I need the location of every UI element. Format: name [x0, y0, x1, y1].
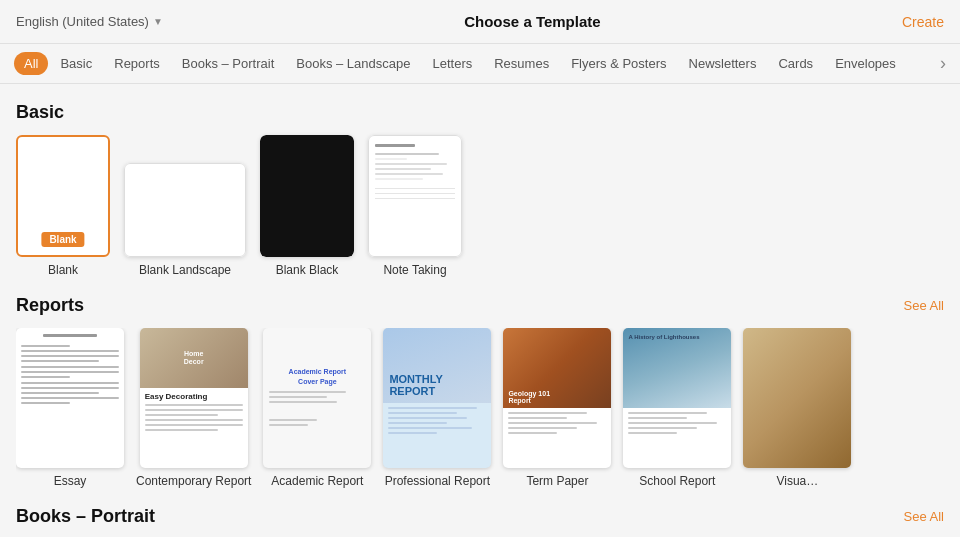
term-paper-overlay: Geology 101Report	[508, 390, 550, 404]
contemporary-report-thumb: HomeDecor Easy Decorating	[140, 328, 248, 468]
school-report-title-text: A History of Lighthouses	[628, 334, 699, 342]
template-card-essay[interactable]: Essay	[16, 328, 124, 488]
create-button[interactable]: Create	[902, 14, 944, 30]
filter-more-button[interactable]: ›	[940, 53, 946, 74]
contemporary-lines	[140, 404, 248, 431]
template-card-school-report[interactable]: A History of Lighthouses School Report	[623, 328, 731, 488]
filter-tab-all[interactable]: All	[14, 52, 48, 75]
term-paper-image: Geology 101Report	[503, 328, 611, 408]
template-card-term-paper[interactable]: Geology 101Report Term Paper	[503, 328, 611, 488]
blank-black-thumb	[260, 135, 354, 257]
template-card-note-taking[interactable]: Note Taking	[368, 135, 462, 277]
essay-thumb	[16, 328, 124, 468]
blank-badge: Blank	[41, 232, 84, 247]
note-taking-label: Note Taking	[383, 263, 446, 277]
blank-thumb: Blank	[16, 135, 110, 257]
page-title: Choose a Template	[464, 13, 600, 30]
filter-bar: All Basic Reports Books – Portrait Books…	[0, 44, 960, 84]
language-chevron-icon: ▼	[153, 16, 163, 27]
filter-tab-basic[interactable]: Basic	[50, 52, 102, 75]
term-paper-body	[503, 408, 611, 441]
filter-tab-envelopes[interactable]: Envelopes	[825, 52, 906, 75]
template-card-contemporary-report[interactable]: HomeDecor Easy Decorating Contemporary	[136, 328, 251, 488]
contemporary-title-area: Easy Decorating	[140, 388, 248, 404]
academic-report-thumb: Academic ReportCover Page	[263, 328, 371, 468]
contemporary-image-area: HomeDecor	[140, 328, 248, 388]
reports-templates-grid: Essay HomeDecor Easy Decorating	[16, 328, 944, 488]
academic-report-title-text: Academic ReportCover Page	[289, 367, 347, 387]
visual-label: Visua…	[776, 474, 818, 488]
books-portrait-section-title: Books – Portrait	[16, 506, 155, 527]
filter-tab-books-landscape[interactable]: Books – Landscape	[286, 52, 420, 75]
term-paper-label: Term Paper	[526, 474, 588, 488]
contemporary-report-label: Contemporary Report	[136, 474, 251, 488]
basic-section-title: Basic	[16, 102, 64, 123]
reports-section-title: Reports	[16, 295, 84, 316]
professional-report-title-text: MonthlyReport	[389, 373, 442, 397]
academic-lines	[269, 391, 365, 429]
template-card-professional-report[interactable]: MonthlyReport Professional Report	[383, 328, 491, 488]
books-portrait-section: Books – Portrait See All	[16, 506, 944, 527]
note-taking-thumb	[368, 135, 462, 257]
basic-templates-grid: Blank Blank Blank Landscape Blank Black	[16, 135, 944, 277]
professional-report-thumb: MonthlyReport	[383, 328, 491, 468]
blank-black-label: Blank Black	[276, 263, 339, 277]
filter-tab-reports[interactable]: Reports	[104, 52, 170, 75]
app-header: English (United States) ▼ Choose a Templ…	[0, 0, 960, 44]
template-card-academic-report[interactable]: Academic ReportCover Page Academic Repor…	[263, 328, 371, 488]
basic-section-header: Basic	[16, 102, 944, 123]
main-content: Basic Blank Blank Blank Landscape	[0, 84, 960, 537]
blank-landscape-label: Blank Landscape	[139, 263, 231, 277]
template-card-blank-landscape[interactable]: Blank Landscape	[124, 163, 246, 277]
template-card-visual[interactable]: Visua…	[743, 328, 851, 488]
school-report-label: School Report	[639, 474, 715, 488]
academic-report-label: Academic Report	[271, 474, 363, 488]
filter-tab-cards[interactable]: Cards	[768, 52, 823, 75]
books-portrait-section-header: Books – Portrait See All	[16, 506, 944, 527]
template-card-blank-black[interactable]: Blank Black	[260, 135, 354, 277]
blank-label: Blank	[48, 263, 78, 277]
professional-image-area: MonthlyReport	[383, 328, 491, 403]
filter-tab-letters[interactable]: Letters	[422, 52, 482, 75]
reports-see-all-button[interactable]: See All	[904, 298, 944, 313]
professional-report-label: Professional Report	[385, 474, 490, 488]
reports-section: Reports See All	[16, 295, 944, 488]
visual-thumb	[743, 328, 851, 468]
language-selector[interactable]: English (United States) ▼	[16, 14, 163, 29]
professional-body	[383, 403, 491, 468]
filter-tab-books-portrait[interactable]: Books – Portrait	[172, 52, 285, 75]
school-report-thumb: A History of Lighthouses	[623, 328, 731, 468]
language-label: English (United States)	[16, 14, 149, 29]
blank-landscape-thumb	[124, 163, 246, 257]
books-portrait-see-all-button[interactable]: See All	[904, 509, 944, 524]
term-paper-thumb: Geology 101Report	[503, 328, 611, 468]
reports-section-header: Reports See All	[16, 295, 944, 316]
visual-image	[743, 328, 851, 468]
filter-tab-flyers-posters[interactable]: Flyers & Posters	[561, 52, 676, 75]
school-report-body	[623, 408, 731, 441]
template-card-blank[interactable]: Blank Blank	[16, 135, 110, 277]
essay-label: Essay	[54, 474, 87, 488]
more-icon: ›	[940, 53, 946, 74]
filter-tab-newsletters[interactable]: Newsletters	[679, 52, 767, 75]
filter-tab-resumes[interactable]: Resumes	[484, 52, 559, 75]
basic-section: Basic Blank Blank Blank Landscape	[16, 102, 944, 277]
